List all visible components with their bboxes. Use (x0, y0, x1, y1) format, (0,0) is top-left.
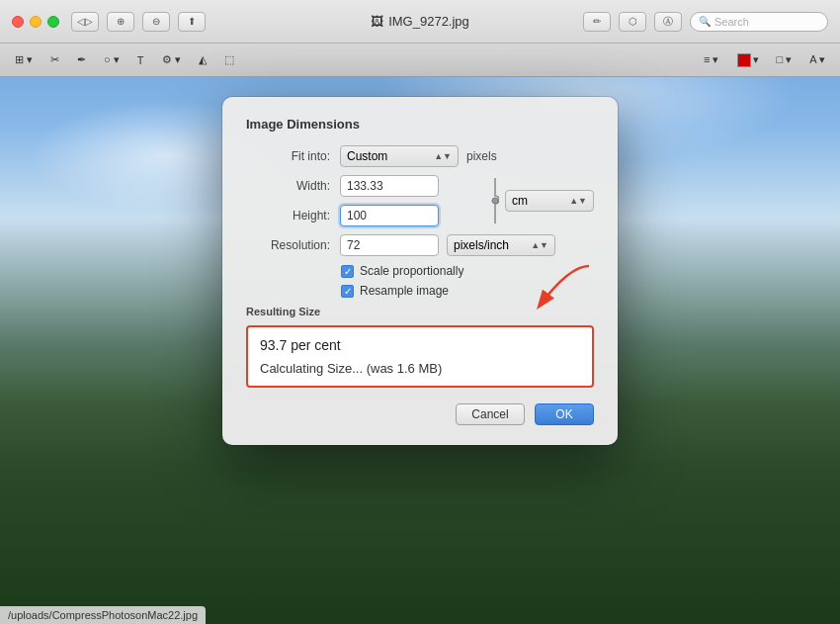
resample-row: ✓ Resample image (246, 284, 594, 298)
fill-tool[interactable]: ◭ (194, 51, 211, 68)
toolbar-right: ✏ ⬡ Ⓐ 🔍 Search (583, 12, 828, 32)
action-button[interactable]: ⬡ (619, 12, 646, 32)
back-forward-button[interactable]: ◁▷ (71, 12, 99, 32)
dialog-title: Image Dimensions (246, 117, 594, 132)
width-input[interactable] (340, 175, 439, 197)
search-icon: 🔍 (699, 16, 711, 27)
unit-chevron-icon: ▲▼ (569, 197, 587, 206)
adjust-tool[interactable]: ⚙ ▾ (157, 51, 186, 68)
zoom-in-button[interactable]: ⊕ (107, 12, 134, 32)
border-color-tool[interactable]: ▾ (732, 51, 764, 69)
image-dimensions-dialog: Image Dimensions Fit into: Custom ▲▼ pix… (222, 97, 618, 445)
fit-into-row: Fit into: Custom ▲▼ pixels (246, 145, 594, 167)
window-icon: 🖼 (371, 14, 383, 29)
cancel-button[interactable]: Cancel (456, 403, 525, 425)
search-box[interactable]: 🔍 Search (690, 12, 828, 32)
ok-button[interactable]: OK (535, 403, 594, 425)
zoom-out-button[interactable]: ⊖ (142, 12, 170, 32)
scale-proportionally-row: ✓ Scale proportionally (246, 264, 594, 278)
svg-point-0 (492, 198, 498, 204)
transform-tool[interactable]: ⬚ (219, 51, 239, 68)
font-tool[interactable]: A ▾ (804, 51, 830, 68)
chevron-updown-icon: ▲▼ (434, 152, 452, 161)
resulting-calc: Calculating Size... (was 1.6 MB) (260, 361, 580, 376)
share-button[interactable]: ⬆ (178, 12, 206, 32)
width-row: Width: (246, 175, 479, 197)
height-label: Height: (246, 209, 330, 223)
tool-selector[interactable]: ⊞ ▾ (10, 51, 38, 68)
resulting-size-section-label: Resulting Size (246, 306, 594, 317)
toolbar-left: ◁▷ ⊕ ⊖ ⬆ (71, 12, 206, 32)
fit-into-label: Fit into: (246, 149, 330, 163)
titlebar: ◁▷ ⊕ ⊖ ⬆ 🖼 IMG_9272.jpg ✏ ⬡ Ⓐ 🔍 Search (0, 0, 840, 44)
close-button[interactable] (12, 16, 24, 28)
fill-style-tool[interactable]: □ ▾ (772, 51, 798, 68)
text-tool[interactable]: T (132, 52, 149, 68)
resolution-input[interactable] (340, 234, 439, 256)
resulting-size-box: 93.7 per cent Calculating Size... (was 1… (246, 325, 594, 388)
scale-proportionally-checkbox[interactable]: ✓ (341, 265, 354, 278)
dialog-buttons: Cancel OK (246, 403, 594, 425)
shape-tool[interactable]: ○ ▾ (99, 51, 125, 68)
resolution-label: Resolution: (246, 238, 330, 252)
minimize-button[interactable] (30, 16, 42, 28)
height-input[interactable] (340, 205, 439, 226)
align-tool[interactable]: ≡ ▾ (699, 51, 723, 68)
resolution-row: Resolution: pixels/inch ▲▼ (246, 234, 594, 256)
link-chain-icon (485, 176, 499, 225)
resulting-percent: 93.7 per cent (260, 337, 580, 353)
crop-tool[interactable]: ✂ (45, 51, 64, 68)
fit-into-select[interactable]: Custom ▲▼ (340, 145, 459, 167)
toolbar2: ⊞ ▾ ✂ ✒ ○ ▾ T ⚙ ▾ ◭ ⬚ ≡ ▾ ▾ □ ▾ A ▾ (0, 44, 840, 77)
width-label: Width: (246, 179, 330, 193)
wh-section: Width: Height: (246, 175, 594, 226)
info-button[interactable]: Ⓐ (654, 12, 682, 32)
height-row: Height: (246, 205, 479, 226)
pixels-label: pixels (466, 149, 497, 163)
draw-tool[interactable]: ✒ (72, 51, 91, 68)
traffic-lights (12, 16, 59, 28)
maximize-button[interactable] (47, 16, 59, 28)
resample-checkbox[interactable]: ✓ (341, 285, 354, 298)
dialog-overlay: Image Dimensions Fit into: Custom ▲▼ pix… (0, 77, 840, 624)
scale-proportionally-label: Scale proportionally (360, 264, 463, 278)
resolution-unit-select[interactable]: pixels/inch ▲▼ (447, 234, 555, 256)
url-bar: /uploads/CompressPhotosonMac22.jpg (0, 606, 206, 624)
edit-button[interactable]: ✏ (583, 12, 611, 32)
unit-select[interactable]: cm ▲▼ (505, 190, 594, 212)
window-title: 🖼 IMG_9272.jpg (371, 14, 469, 29)
resample-label: Resample image (360, 284, 449, 298)
resolution-chevron-icon: ▲▼ (531, 241, 548, 250)
